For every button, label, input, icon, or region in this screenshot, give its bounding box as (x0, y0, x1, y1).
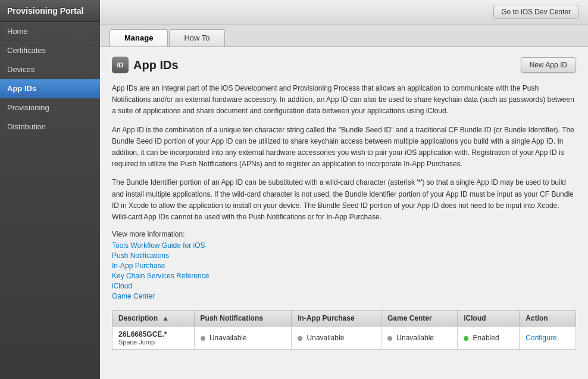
sidebar-item-app-ids[interactable]: App IDs (0, 79, 100, 98)
topbar: Go to iOS Dev Center (100, 0, 588, 24)
description-paragraph-3: The Bundle Identifier portion of an App … (112, 177, 576, 223)
title-group: ID App IDs (112, 57, 179, 73)
page-title: App IDs (133, 58, 179, 72)
sidebar-nav: Home Certificates Devices App IDs Provis… (0, 22, 100, 136)
col-description[interactable]: Description ▲ (112, 310, 195, 327)
resource-links: Tools Workflow Guide for iOS Push Notifi… (112, 241, 576, 300)
content-area: ID App IDs New App ID App IDs are an int… (100, 47, 588, 379)
tabs: Manage How To (100, 24, 588, 47)
game-center-status-dot (387, 336, 392, 341)
sort-arrow-icon: ▲ (162, 314, 169, 322)
sidebar-item-certificates[interactable]: Certificates (0, 41, 100, 60)
sidebar-item-provisioning[interactable]: Provisioning (0, 98, 100, 117)
tab-manage[interactable]: Manage (110, 29, 168, 46)
in-app-purchase-link[interactable]: In-App Purchase (112, 262, 165, 270)
app-name: Space Jump (118, 338, 188, 346)
push-notifications-status: Unavailable (209, 334, 247, 342)
game-center-status: Unavailable (396, 334, 434, 342)
icloud-link[interactable]: iCloud (112, 282, 132, 290)
push-notifications-cell: Unavailable (194, 327, 292, 350)
link-item-push-notifications: Push Notifications (112, 251, 576, 260)
sidebar: Provisioning Portal Home Certificates De… (0, 0, 100, 379)
page-heading: ID App IDs New App ID (112, 57, 576, 73)
app-description-cell: 26L6685GCE.* Space Jump (112, 327, 195, 350)
icloud-status: Enabled (473, 334, 499, 342)
game-center-cell: Unavailable (381, 327, 457, 350)
col-action: Action (520, 310, 576, 327)
view-more-label: View more information: (112, 230, 576, 238)
new-app-id-button[interactable]: New App ID (521, 57, 576, 73)
description-paragraph-1: App IDs are an integral part of the iOS … (112, 83, 576, 117)
sidebar-item-devices[interactable]: Devices (0, 60, 100, 79)
tab-how-to[interactable]: How To (169, 29, 224, 46)
col-icloud: iCloud (458, 310, 520, 327)
main-content: Go to iOS Dev Center Manage How To ID Ap… (100, 0, 588, 379)
description-paragraph-2: An App ID is the combination of a unique… (112, 125, 576, 170)
icloud-status-dot (464, 336, 468, 341)
sidebar-item-home[interactable]: Home (0, 22, 100, 41)
appid-icon: ID (112, 57, 129, 73)
sidebar-item-distribution[interactable]: Distribution (0, 117, 100, 136)
link-item-game-center: Game Center (112, 291, 576, 300)
icloud-cell: Enabled (458, 327, 520, 350)
go-to-dev-center-button[interactable]: Go to iOS Dev Center (493, 5, 578, 19)
link-item-icloud: iCloud (112, 281, 576, 290)
push-notifications-link[interactable]: Push Notifications (112, 251, 169, 260)
col-in-app-purchase: In-App Purchase (292, 310, 381, 327)
app-ids-table: Description ▲ Push Notifications In-App … (112, 310, 576, 350)
in-app-purchase-cell: Unavailable (292, 327, 381, 350)
action-cell: Configure (520, 327, 576, 350)
push-notifications-status-dot (201, 336, 205, 341)
col-game-center: Game Center (381, 310, 457, 327)
sidebar-title: Provisioning Portal (0, 0, 100, 22)
link-item-key-chain: Key Chain Services Reference (112, 271, 576, 280)
table-row: 26L6685GCE.* Space Jump Unavailable Unav… (112, 327, 576, 350)
key-chain-link[interactable]: Key Chain Services Reference (112, 272, 209, 280)
link-item-in-app-purchase: In-App Purchase (112, 261, 576, 270)
link-item-tools-workflow: Tools Workflow Guide for iOS (112, 241, 576, 250)
col-push-notifications: Push Notifications (194, 310, 292, 327)
configure-link[interactable]: Configure (526, 334, 556, 342)
tools-workflow-link[interactable]: Tools Workflow Guide for iOS (112, 241, 205, 250)
in-app-purchase-status: Unavailable (307, 334, 345, 342)
game-center-link[interactable]: Game Center (112, 292, 155, 300)
in-app-purchase-status-dot (298, 336, 302, 341)
app-bundle-id: 26L6685GCE.* (118, 330, 188, 338)
